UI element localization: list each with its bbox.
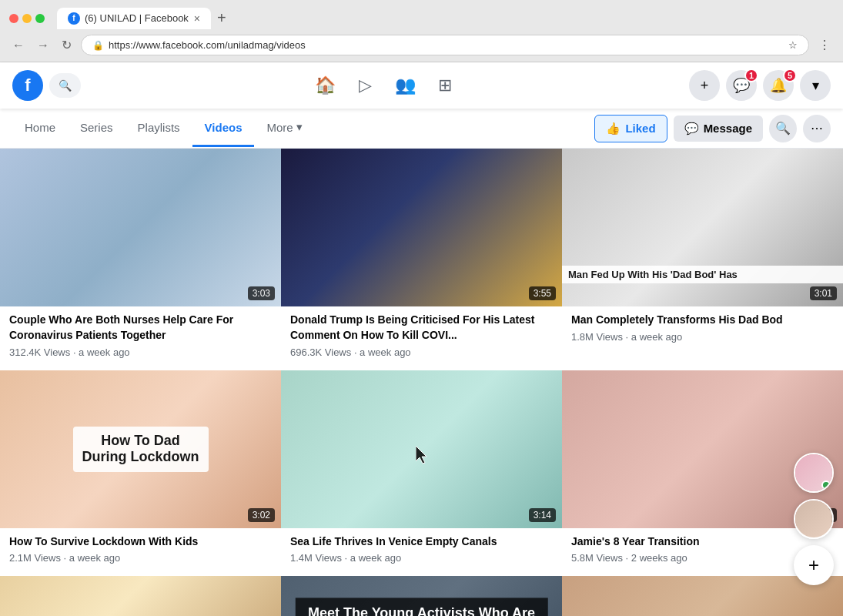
nav-right-actions: + 💬 1 🔔 5 ▾ [689, 70, 831, 101]
address-bar: ← → ↻ 🔒 https://www.facebook.com/uniladm… [0, 30, 843, 62]
active-tab[interactable]: f (6) UNILAD | Facebook × [57, 8, 211, 29]
video-views-5: 1.4M Views [290, 552, 342, 564]
video-meta-1: 312.4K Views · a week ago [9, 346, 272, 358]
video-thumbnail-8: Meet The Young Activists Who Are Fightin… [281, 576, 562, 616]
tab-close-button[interactable]: × [194, 12, 200, 25]
url-text: https://www.facebook.com/uniladmag/video… [109, 39, 784, 51]
watch-nav-icon[interactable]: ▷ [346, 67, 383, 104]
nav-item-home[interactable]: Home [12, 110, 68, 147]
groups-nav-icon[interactable]: 👥 [386, 67, 423, 104]
nav-item-videos[interactable]: Videos [192, 110, 255, 147]
messenger-icon: 💬 [684, 122, 699, 136]
liked-label: Liked [625, 122, 655, 135]
video-meta-2: 696.3K Views · a week ago [290, 346, 553, 358]
nav-item-series[interactable]: Series [68, 110, 125, 147]
page-nav-right: 👍 Liked 💬 Message 🔍 ⋯ [594, 115, 831, 142]
video-info-1: Couple Who Are Both Nurses Help Care For… [0, 306, 281, 370]
video-duration-4: 3:02 [248, 508, 275, 522]
url-bar[interactable]: 🔒 https://www.facebook.com/uniladmag/vid… [81, 35, 809, 55]
notifications-button[interactable]: 🔔 5 [763, 70, 794, 101]
notifications-badge: 5 [783, 69, 797, 82]
video-thumbnail-3: Man Fed Up With His 'Dad Bod' Has 3:01 [562, 149, 843, 306]
page-nav: Home Series Playlists Videos More ▾ 👍 Li… [0, 109, 843, 149]
close-dot[interactable] [9, 14, 18, 23]
lock-icon: 🔒 [92, 40, 104, 51]
page-nav-left: Home Series Playlists Videos More ▾ [12, 109, 315, 147]
page-search-button[interactable]: 🔍 [769, 115, 797, 142]
video-title-2: Donald Trump Is Being Criticised For His… [290, 313, 553, 343]
new-tab-button[interactable]: + [211, 6, 232, 30]
video-item-5[interactable]: 3:14 Sea Life Thrives In Venice Empty Ca… [281, 370, 562, 577]
thumbs-up-icon: 👍 [606, 122, 621, 136]
video-thumbnail-2: 3:55 [281, 149, 562, 306]
video-info-2: Donald Trump Is Being Criticised For His… [281, 306, 562, 370]
video-item-9[interactable] [562, 576, 843, 616]
page-more-button[interactable]: ⋯ [803, 115, 831, 142]
video-duration-3: 3:01 [810, 286, 837, 300]
refresh-button[interactable]: ↻ [59, 35, 75, 55]
svg-marker-0 [416, 446, 427, 464]
messenger-bubble-1[interactable] [794, 453, 834, 493]
video-time-1: a week ago [79, 346, 130, 358]
video-item-4[interactable]: How To DadDuring Lockdown 3:02 How To Su… [0, 370, 281, 577]
video-time-6: 2 weeks ago [631, 552, 687, 564]
star-icon[interactable]: ☆ [788, 39, 798, 51]
minimize-dot[interactable] [22, 14, 32, 23]
thumb-text-4: How To DadDuring Lockdown [73, 427, 209, 472]
messenger-button[interactable]: 💬 1 [726, 70, 757, 101]
video-views-2: 696.3K Views [290, 346, 351, 358]
nav-center-icons: 🏠 ▷ 👥 ⊞ [87, 67, 683, 104]
video-time-2: a week ago [360, 346, 411, 358]
search-box[interactable]: 🔍 [49, 73, 81, 98]
account-button[interactable]: ▾ [800, 70, 831, 101]
video-grid: 3:03 Couple Who Are Both Nurses Help Car… [0, 149, 843, 616]
video-info-5: Sea Life Thrives In Venice Empty Canals … [281, 528, 562, 577]
cursor-overlay [416, 446, 431, 467]
messenger-bubbles-container [794, 453, 834, 539]
facebook-logo[interactable]: f [12, 70, 43, 101]
online-indicator-1 [821, 480, 831, 490]
video-meta-3: 1.8M Views · a week ago [571, 331, 834, 343]
thumb-overlay-text-3: Man Fed Up With His 'Dad Bod' Has [562, 266, 843, 283]
video-views-6: 5.8M Views [571, 552, 623, 564]
message-button[interactable]: 💬 Message [674, 116, 763, 142]
create-button[interactable]: + [689, 70, 720, 101]
nav-item-more[interactable]: More ▾ [254, 109, 314, 147]
message-label: Message [704, 122, 752, 135]
browser-chrome: f (6) UNILAD | Facebook × + ← → ↻ 🔒 http… [0, 0, 843, 62]
forward-button[interactable]: → [34, 35, 52, 55]
maximize-dot[interactable] [35, 14, 45, 23]
facebook-header: f 🔍 🏠 ▷ 👥 ⊞ + 💬 1 🔔 5 ▾ [0, 62, 843, 109]
back-button[interactable]: ← [9, 35, 28, 55]
video-title-5: Sea Life Thrives In Venice Empty Canals [290, 534, 553, 550]
video-title-3: Man Completely Transforms His Dad Bod [571, 313, 834, 328]
liked-button[interactable]: 👍 Liked [594, 115, 667, 142]
tab-bar: f (6) UNILAD | Facebook × + [57, 6, 232, 30]
video-info-4: How To Survive Lockdown With Kids 2.1M V… [0, 528, 281, 577]
video-item-1[interactable]: 3:03 Couple Who Are Both Nurses Help Car… [0, 149, 281, 370]
video-time-5: a week ago [350, 552, 402, 564]
video-item-2[interactable]: 3:55 Donald Trump Is Being Criticised Fo… [281, 149, 562, 370]
browser-menu-button[interactable]: ⋮ [815, 36, 834, 54]
messenger-bubble-2[interactable] [794, 499, 834, 539]
video-thumbnail-1: 3:03 [0, 149, 281, 306]
video-title-1: Couple Who Are Both Nurses Help Care For… [9, 313, 272, 343]
video-item-7[interactable] [0, 576, 281, 616]
video-time-4: a week ago [69, 552, 121, 564]
tab-favicon: f [68, 12, 80, 25]
thumb-overlay-activists: Meet The Young Activists Who Are Fightin… [295, 598, 548, 616]
search-icon: 🔍 [59, 79, 72, 92]
video-item-3[interactable]: Man Fed Up With His 'Dad Bod' Has 3:01 M… [562, 149, 843, 370]
browser-dots [9, 14, 45, 23]
video-duration-1: 3:03 [248, 286, 275, 300]
messenger-badge: 1 [744, 69, 758, 82]
video-meta-4: 2.1M Views · a week ago [9, 552, 272, 564]
video-views-4: 2.1M Views [9, 552, 61, 564]
facebook-logo-text: f [25, 75, 30, 95]
video-title-4: How To Survive Lockdown With Kids [9, 534, 272, 550]
video-item-8[interactable]: Meet The Young Activists Who Are Fightin… [281, 576, 562, 616]
gaming-nav-icon[interactable]: ⊞ [427, 67, 463, 104]
home-nav-icon[interactable]: 🏠 [306, 67, 343, 104]
add-story-button[interactable]: + [794, 545, 834, 585]
nav-item-playlists[interactable]: Playlists [125, 110, 192, 147]
